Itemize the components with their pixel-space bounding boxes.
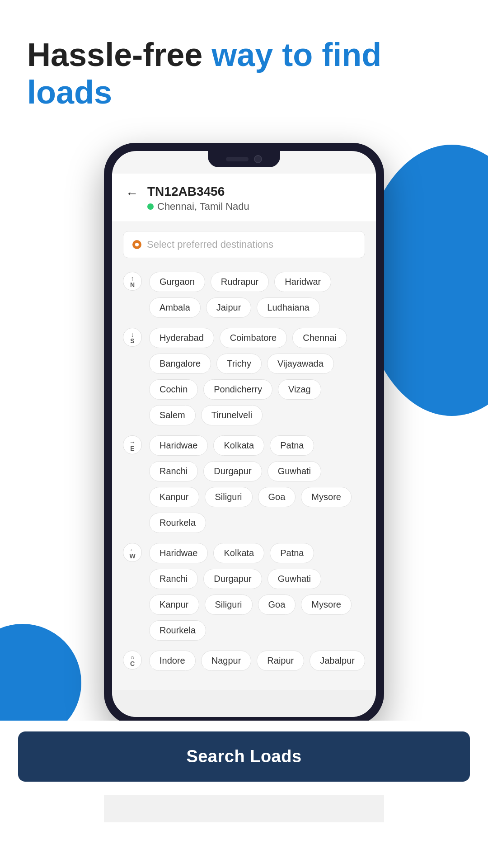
hero-title-normal: Hassle-free [27,37,211,73]
chip-vijayawada[interactable]: Vijayawada [267,354,334,374]
chip-vizag[interactable]: Vizag [278,379,321,400]
directions-container: ↑N Gurgaon Rudrapur Haridwar Ambala Jaip… [112,267,376,690]
chip-indore[interactable]: Indore [149,651,196,671]
chip-kolkata-e[interactable]: Kolkata [213,435,264,456]
phone-notch [208,151,280,167]
direction-north-row: ↑N Gurgaon Rudrapur Haridwar Ambala Jaip… [123,272,365,318]
direction-section-north: ↑N Gurgaon Rudrapur Haridwar Ambala Jaip… [123,272,365,318]
chip-kanpur-w[interactable]: Kanpur [149,594,199,615]
chip-trichy[interactable]: Trichy [216,354,262,374]
back-button[interactable]: ← [126,186,138,201]
chips-east: Haridwae Kolkata Patna Ranchi Durgapur G… [149,435,365,533]
direction-badge-east: →E [123,435,142,454]
chip-haridwar[interactable]: Haridwar [274,272,331,292]
chip-goa-w[interactable]: Goa [258,594,296,615]
chip-siliguri-e[interactable]: Siliguri [205,487,253,507]
direction-badge-center: ○C [123,651,142,670]
header-info: TN12AB3456 Chennai, Tamil Nadu [147,184,249,212]
direction-section-center: ○C Indore Nagpur Raipur Jabalpur [123,651,365,671]
chip-patna-e[interactable]: Patna [270,435,314,456]
chip-durgapur-w[interactable]: Durgapur [203,569,262,589]
direction-south-row: ↓S Hyderabad Coimbatore Chennai Bangalor… [123,328,365,425]
location-text: Chennai, Tamil Nadu [157,201,249,212]
chip-coimbatore[interactable]: Coimbatore [220,328,287,348]
chip-mysore-w[interactable]: Mysore [301,594,352,615]
chip-ludhaiana[interactable]: Ludhaiana [257,297,319,318]
chips-south: Hyderabad Coimbatore Chennai Bangalore T… [149,328,365,425]
phone-wrapper: ← TN12AB3456 Chennai, Tamil Nadu Select … [0,143,488,725]
direction-section-west: ←W Haridwae Kolkata Patna Ranchi Durgapu… [123,543,365,641]
chip-haridwae-e[interactable]: Haridwae [149,435,208,456]
chip-jaipur[interactable]: Jaipur [206,297,251,318]
hero-section: Hassle-free way to find loads [0,0,488,129]
screen-header: ← TN12AB3456 Chennai, Tamil Nadu [112,174,376,222]
notch-camera [254,155,262,163]
chip-ambala[interactable]: Ambala [149,297,201,318]
chip-gurgaon[interactable]: Gurgaon [149,272,205,292]
destination-search-field[interactable]: Select preferred destinations [123,231,365,258]
search-placeholder-text: Select preferred destinations [147,239,273,250]
destination-pin-icon [132,240,141,249]
search-loads-button[interactable]: Search Loads [18,731,470,782]
direction-west-row: ←W Haridwae Kolkata Patna Ranchi Durgapu… [123,543,365,641]
chip-pondicherry[interactable]: Pondicherry [203,379,272,400]
direction-east-row: →E Haridwae Kolkata Patna Ranchi Durgapu… [123,435,365,533]
chip-patna-w[interactable]: Patna [270,543,314,563]
chip-mysore-e[interactable]: Mysore [301,487,352,507]
direction-badge-west: ←W [123,543,142,562]
chip-ranchi-w[interactable]: Ranchi [149,569,198,589]
chip-kanpur-e[interactable]: Kanpur [149,487,199,507]
chip-ranchi-e[interactable]: Ranchi [149,461,198,481]
notch-sensors [226,157,249,161]
chip-rudrapur[interactable]: Rudrapur [211,272,269,292]
chip-chennai[interactable]: Chennai [292,328,347,348]
vehicle-number: TN12AB3456 [147,184,249,199]
chip-tirunelveli[interactable]: Tirunelveli [201,405,263,425]
phone-mockup: ← TN12AB3456 Chennai, Tamil Nadu Select … [104,143,384,725]
chip-durgapur-e[interactable]: Durgapur [203,461,262,481]
phone-bottom-edge [112,690,376,717]
chips-north: Gurgaon Rudrapur Haridwar Ambala Jaipur … [149,272,365,318]
chip-jabalpur[interactable]: Jabalpur [310,651,365,671]
direction-section-east: →E Haridwae Kolkata Patna Ranchi Durgapu… [123,435,365,533]
chips-center: Indore Nagpur Raipur Jabalpur [149,651,365,671]
chip-nagpur[interactable]: Nagpur [201,651,252,671]
chip-cochin[interactable]: Cochin [149,379,198,400]
chip-rourkela-e[interactable]: Rourkela [149,513,206,533]
location-status-dot [147,203,154,210]
bottom-bar: Search Loads [0,721,488,795]
location-row: Chennai, Tamil Nadu [147,201,249,212]
direction-center-row: ○C Indore Nagpur Raipur Jabalpur [123,651,365,671]
chips-west: Haridwae Kolkata Patna Ranchi Durgapur G… [149,543,365,641]
chip-goa-e[interactable]: Goa [258,487,296,507]
chip-guwhati-e[interactable]: Guwhati [267,461,321,481]
phone-screen: ← TN12AB3456 Chennai, Tamil Nadu Select … [112,151,376,717]
direction-badge-north: ↑N [123,272,142,291]
chip-bangalore[interactable]: Bangalore [149,354,211,374]
screen-content: ← TN12AB3456 Chennai, Tamil Nadu Select … [112,174,376,690]
chip-haridwae-w[interactable]: Haridwae [149,543,208,563]
chip-guwhati-w[interactable]: Guwhati [267,569,321,589]
chip-siliguri-w[interactable]: Siliguri [205,594,253,615]
chip-hyderabad[interactable]: Hyderabad [149,328,214,348]
hero-title: Hassle-free way to find loads [27,36,461,111]
chip-salem[interactable]: Salem [149,405,196,425]
chip-raipur[interactable]: Raipur [257,651,304,671]
direction-badge-south: ↓S [123,328,142,347]
chip-rourkela-w[interactable]: Rourkela [149,620,206,641]
direction-section-south: ↓S Hyderabad Coimbatore Chennai Bangalor… [123,328,365,425]
chip-kolkata-w[interactable]: Kolkata [213,543,264,563]
